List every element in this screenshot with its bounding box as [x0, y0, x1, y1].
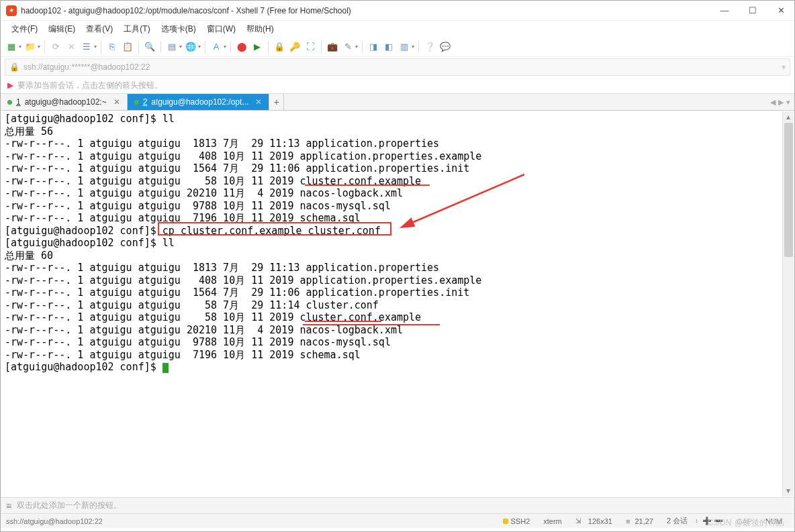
scroll-up-icon[interactable]: ▲ [783, 111, 794, 123]
watermark: CSDN @最後的神話 [708, 517, 785, 529]
hint-bar: ▶ 要添加当前会话，点击左侧的箭头按钮。 [1, 77, 794, 93]
bubble-icon[interactable]: 💬 [438, 40, 452, 54]
tile-icon[interactable]: ▤ [165, 40, 179, 54]
lock-icon-tb[interactable]: 🔒 [273, 40, 286, 54]
paste-icon[interactable]: 📋 [121, 40, 134, 54]
flag-icon: ▶ [7, 81, 13, 90]
window-controls: — ☐ ✕ [716, 5, 789, 15]
session-tabs: 1 atguigu@hadoop102:~ ✕ 2 atguigu@hadoop… [1, 93, 794, 111]
help-icon[interactable]: ❔ [423, 40, 436, 54]
address-text: ssh://atguigu:******@hadoop102:22 [24, 62, 150, 72]
titlebar: ✶ hadoop102 - atguigu@hadoop102:/opt/mod… [1, 1, 794, 21]
hint-text: 要添加当前会话，点击左侧的箭头按钮。 [17, 80, 162, 91]
menu-window[interactable]: 窗口(W) [201, 22, 241, 36]
reconnect-icon[interactable]: ⟳ [49, 40, 62, 54]
menu-help[interactable]: 帮助(H) [241, 22, 279, 36]
menu-tabs[interactable]: 选项卡(B) [156, 22, 201, 36]
app-icon: ✶ [6, 5, 17, 16]
key-icon[interactable]: 🔑 [288, 40, 301, 54]
properties-icon[interactable]: ☰ [80, 40, 93, 54]
font-icon[interactable]: A [209, 40, 223, 54]
annotation-arrow-icon [390, 171, 531, 231]
status-pos: ≡ 21,27 [619, 517, 660, 525]
tab-1[interactable]: 1 atguigu@hadoop102:~ ✕ [1, 94, 128, 110]
svg-line-0 [410, 174, 524, 223]
fullscreen-icon[interactable]: ⛶ [303, 40, 317, 54]
search-icon[interactable]: 🔍 [143, 40, 156, 54]
status-address: ssh://atguigu@hadoop102:22 [6, 517, 496, 525]
maximize-button[interactable]: ☐ [745, 5, 761, 15]
window-right-icon[interactable]: ◧ [382, 40, 395, 54]
play-icon[interactable]: ▶ [250, 40, 264, 54]
status-size: ⇲ 126x31 [569, 517, 619, 525]
terminal-panel: [atguigu@hadoop102 conf]$ ll 总用量 56 -rw-… [1, 111, 794, 497]
address-dropdown-icon[interactable]: ▾ [782, 62, 786, 72]
ssh-dot-icon [503, 519, 508, 524]
menu-view[interactable]: 查看(V) [81, 22, 118, 36]
terminal[interactable]: [atguigu@hadoop102 conf]$ ll 总用量 56 -rw-… [1, 111, 794, 497]
menu-file[interactable]: 文件(F) [6, 22, 43, 36]
address-bar[interactable]: 🔒 ssh://atguigu:******@hadoop102:22 ▾ [5, 58, 790, 76]
pencil-icon[interactable]: ✎ [341, 40, 355, 54]
tab-close-icon[interactable]: ✕ [113, 97, 120, 107]
toolbar: ▦▾ 📁▾ ⟳ ⨯ ☰▾ ⎘ 📋 🔍 ▤▾ 🌐▾ A▾ ⬤ ▶ 🔒 🔑 ⛶ 💼 … [1, 37, 794, 57]
window-left-icon[interactable]: ◨ [367, 40, 380, 54]
status-ssh: SSH2 [496, 517, 537, 525]
tab-next-icon[interactable]: ▶ [778, 98, 784, 107]
quick-button-bar: ≡ 双击此处添加一个新的按钮。 [1, 497, 794, 513]
new-session-icon[interactable]: ▦ [5, 40, 18, 54]
scrollbar[interactable]: ▲ ▼ [782, 111, 794, 496]
minimize-button[interactable]: — [716, 5, 733, 15]
window-title: hadoop102 - atguigu@hadoop102:/opt/modul… [21, 6, 716, 15]
open-folder-icon[interactable]: 📁 [24, 40, 37, 54]
menu-edit[interactable]: 编辑(E) [43, 22, 81, 36]
record-icon[interactable]: ⬤ [235, 40, 248, 54]
tab-add-button[interactable]: + [269, 94, 284, 110]
scroll-thumb[interactable] [784, 123, 793, 257]
tab-prev-icon[interactable]: ◀ [770, 98, 776, 107]
tab-close-icon[interactable]: ✕ [255, 97, 262, 107]
status-dot-icon [7, 100, 12, 105]
copy-icon[interactable]: ⎘ [105, 40, 119, 54]
globe-icon[interactable]: 🌐 [184, 40, 197, 54]
status-dot-icon [134, 100, 139, 105]
tab-2-active[interactable]: 2 atguigu@hadoop102:/opt... ✕ [128, 94, 270, 110]
briefcase-icon[interactable]: 💼 [326, 40, 339, 54]
menubar: 文件(F) 编辑(E) 查看(V) 工具(T) 选项卡(B) 窗口(W) 帮助(… [1, 21, 794, 37]
window-split-icon[interactable]: ▥ [398, 40, 411, 54]
menu-tools[interactable]: 工具(T) [118, 22, 155, 36]
tab-menu-icon[interactable]: ▾ [786, 98, 790, 107]
status-bar: ssh://atguigu@hadoop102:22 SSH2 xterm ⇲ … [1, 513, 794, 528]
menu-icon[interactable]: ≡ [6, 500, 11, 511]
lock-icon: 🔒 [9, 62, 19, 72]
quick-button-hint[interactable]: 双击此处添加一个新的按钮。 [17, 500, 122, 511]
tab-nav: ◀ ▶ ▾ [770, 94, 790, 110]
scroll-down-icon[interactable]: ▼ [783, 485, 794, 496]
close-button[interactable]: ✕ [773, 5, 789, 15]
disconnect-icon[interactable]: ⨯ [64, 40, 78, 54]
status-term: xterm [536, 517, 569, 525]
